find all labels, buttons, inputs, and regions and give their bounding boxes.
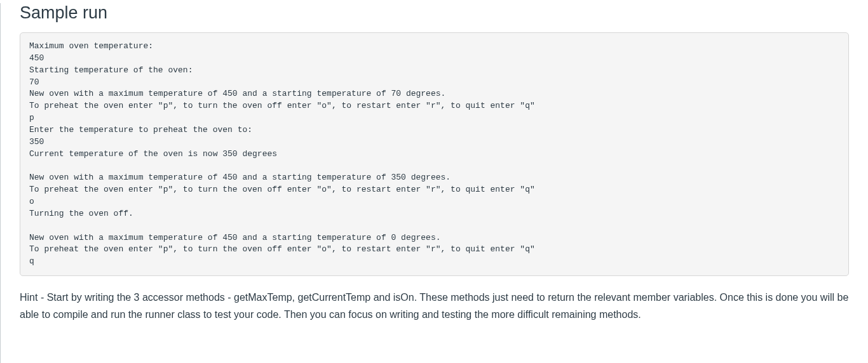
section-heading: Sample run xyxy=(20,3,849,23)
document-container: Sample run Maximum oven temperature: 450… xyxy=(0,3,868,363)
hint-paragraph: Hint - Start by writing the 3 accessor m… xyxy=(20,289,849,323)
sample-run-code-block: Maximum oven temperature: 450 Starting t… xyxy=(20,32,849,276)
